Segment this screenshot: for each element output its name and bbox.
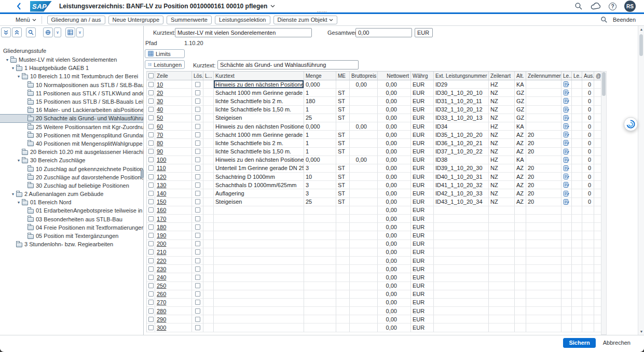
cell-menge[interactable]: 1 xyxy=(304,139,336,147)
cell-kurztext[interactable] xyxy=(214,323,304,332)
abbrechen-button[interactable]: Abbrechen xyxy=(603,339,631,347)
table-scrollbar[interactable] xyxy=(601,71,607,335)
cell-menge[interactable] xyxy=(304,257,336,265)
column-header-menge[interactable]: Menge xyxy=(304,72,336,80)
loeschen-checkbox[interactable] xyxy=(195,115,200,120)
cell-brutto[interactable] xyxy=(350,181,378,189)
zeile-link[interactable]: 270 xyxy=(157,299,166,305)
cell-brutto[interactable] xyxy=(350,173,378,181)
loeschen-checkbox[interactable] xyxy=(195,107,200,112)
row-select-checkbox[interactable] xyxy=(148,165,154,171)
cell-kurztext[interactable]: Steigeisen xyxy=(214,198,304,206)
cell-ext[interactable] xyxy=(434,290,489,299)
scroll-up-icon[interactable]: ▲ xyxy=(638,27,644,31)
layout-dropdown-button[interactable]: ∨ xyxy=(76,27,84,37)
tree-item[interactable]: ▼10 Bereich 1.10 mit Textumbruch der Ber… xyxy=(0,72,143,80)
cell-brutto[interactable] xyxy=(350,139,378,147)
loeschen-checkbox[interactable] xyxy=(195,258,200,263)
menubar-search-icon[interactable] xyxy=(600,16,608,23)
cell-brutto[interactable] xyxy=(350,299,378,307)
zeile-link[interactable]: 160 xyxy=(157,207,166,213)
cell-kurztext[interactable] xyxy=(214,290,304,299)
cell-me[interactable]: ST xyxy=(336,89,350,97)
page-scrollbar[interactable]: ▲ ▼ xyxy=(638,26,644,335)
cell-brutto[interactable] xyxy=(350,248,378,257)
cell-brutto[interactable] xyxy=(350,223,378,231)
row-select-checkbox[interactable] xyxy=(148,216,154,221)
cell-me[interactable] xyxy=(336,307,350,315)
longtext-icon[interactable] xyxy=(563,148,570,155)
loeschen-checkbox[interactable] xyxy=(195,174,200,179)
cell-me[interactable]: ST xyxy=(336,189,350,198)
longtext-icon[interactable] xyxy=(563,190,570,197)
cell-brutto[interactable] xyxy=(350,282,378,290)
cell-ext[interactable]: ID41_1_10_20_32 xyxy=(434,181,489,189)
row-select-checkbox[interactable] xyxy=(148,132,154,137)
cell-ext[interactable] xyxy=(434,240,489,248)
cell-menge[interactable] xyxy=(304,307,336,315)
cell-kurztext[interactable] xyxy=(214,299,304,307)
cell-brutto[interactable] xyxy=(350,265,378,273)
search-icon[interactable] xyxy=(574,2,583,10)
cell-me[interactable]: ST xyxy=(336,114,350,122)
zeile-link[interactable]: 40 xyxy=(157,106,163,112)
cell-brutto[interactable]: 0,00 xyxy=(350,122,378,131)
loeschen-checkbox[interactable] xyxy=(195,90,200,95)
cell-menge[interactable] xyxy=(304,282,336,290)
cell-brutto[interactable] xyxy=(350,89,378,97)
cell-menge[interactable] xyxy=(304,223,336,231)
cell-menge[interactable]: 0,000 xyxy=(304,156,336,164)
cloud-icon[interactable] xyxy=(591,3,601,10)
cell-kurztext[interactable]: Hinweis zu den nächsten Positionen xyxy=(214,122,304,131)
row-select-checkbox[interactable] xyxy=(148,233,154,238)
row-select-checkbox[interactable] xyxy=(148,90,154,95)
tree-item[interactable]: ▼30 Bereich Zuschläge xyxy=(0,156,143,164)
cell-menge[interactable] xyxy=(304,248,336,257)
row-select-checkbox[interactable] xyxy=(148,207,154,213)
cell-brutto[interactable]: 0,00 xyxy=(350,156,378,164)
zeile-link[interactable]: 150 xyxy=(157,199,166,205)
cell-brutto[interactable] xyxy=(350,189,378,198)
tree-item[interactable]: ▼Muster-LV mit vielen Sonderelementen xyxy=(0,55,143,64)
cell-me[interactable] xyxy=(336,323,350,332)
table-scroll-thumb[interactable] xyxy=(602,72,606,96)
zeile-link[interactable]: 110 xyxy=(157,165,166,171)
page-scroll-thumb[interactable] xyxy=(639,34,643,56)
tree-item[interactable]: 10 Zuschlag auf gekennzeichnete Position… xyxy=(0,164,143,173)
cell-kurztext[interactable] xyxy=(214,248,304,257)
row-select-checkbox[interactable] xyxy=(148,98,154,104)
tree-item[interactable]: 04 Freie Positionen mit Textformatierung… xyxy=(0,223,143,232)
limits-button[interactable]: Limits xyxy=(145,49,185,58)
row-select-checkbox[interactable] xyxy=(148,107,154,112)
loeschen-checkbox[interactable] xyxy=(195,317,200,322)
zeile-link[interactable]: 60 xyxy=(157,123,163,130)
row-select-checkbox[interactable] xyxy=(148,191,154,196)
loeschen-checkbox[interactable] xyxy=(195,291,200,297)
view-button[interactable] xyxy=(43,27,53,37)
zeile-link[interactable]: 130 xyxy=(157,182,166,188)
cell-ext[interactable]: ID36_1_10_20_21 xyxy=(434,139,489,147)
loeschen-checkbox[interactable] xyxy=(195,157,200,162)
cell-brutto[interactable] xyxy=(350,198,378,206)
longtext-icon[interactable] xyxy=(563,97,570,104)
tree-item[interactable]: 20 Schachte als Grund- und Wahlausführun… xyxy=(0,114,143,122)
cell-me[interactable] xyxy=(336,257,350,265)
longtext-icon[interactable] xyxy=(563,139,570,146)
cell-kurztext[interactable] xyxy=(214,223,304,231)
column-header-fill[interactable]: @... xyxy=(594,72,601,80)
zeile-link[interactable]: 30 xyxy=(157,98,163,104)
loeschen-checkbox[interactable] xyxy=(195,283,200,288)
zeile-link[interactable]: 10 xyxy=(157,81,163,88)
cell-kurztext[interactable] xyxy=(214,315,304,323)
cell-me[interactable] xyxy=(336,223,350,231)
tree-item[interactable]: 16 Maler- und Lackierarbeiten alsPositio… xyxy=(0,106,143,114)
cell-me[interactable] xyxy=(336,282,350,290)
cell-kurztext[interactable] xyxy=(214,240,304,248)
view-dropdown-button[interactable]: ∨ xyxy=(54,27,61,37)
tree-item[interactable]: ▼01 Bereich Nord xyxy=(0,198,143,206)
zeile-link[interactable]: 260 xyxy=(157,291,166,297)
zeile-link[interactable]: 250 xyxy=(157,283,166,289)
row-select-checkbox[interactable] xyxy=(148,115,154,120)
cell-menge[interactable]: 1 xyxy=(304,131,336,139)
row-select-checkbox[interactable] xyxy=(148,325,154,330)
